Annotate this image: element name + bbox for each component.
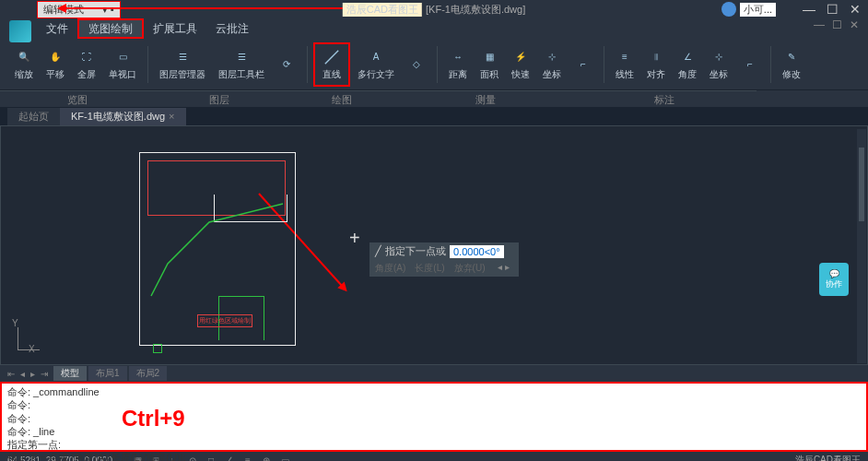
line-button[interactable]: 直线	[313, 42, 350, 87]
line-icon	[323, 48, 341, 66]
minimize-icon[interactable]: —	[803, 2, 815, 17]
fullscreen-button[interactable]: ⛶全屏	[72, 46, 101, 83]
cmd-line: 指定第一点:	[7, 438, 861, 451]
doc-restore-icon[interactable]: ☐	[832, 18, 842, 39]
angle-button[interactable]: ∠角度	[673, 46, 702, 83]
draw-extra-button[interactable]: ◇	[402, 53, 431, 76]
menu-file[interactable]: 文件	[37, 18, 77, 39]
layer-toolbar-button[interactable]: ☰图层工具栏	[213, 46, 270, 83]
mode-toggle-icon: ▾ ▪	[102, 4, 114, 16]
layers-icon: ☰	[173, 48, 192, 66]
doc-close-icon[interactable]: ✕	[850, 18, 859, 39]
user-avatar-icon[interactable]	[721, 2, 736, 17]
user-name: 小可...	[740, 3, 776, 17]
group-measure: 测量	[399, 90, 572, 107]
tab-close-icon[interactable]: ×	[169, 111, 174, 122]
cmd-line: 指定下一点或 [角度(A)/长度(L)/放弃(U)]:	[7, 451, 861, 461]
drawing-frame: 用红绿色区域绘制	[139, 152, 296, 346]
annotation-arrow	[60, 7, 382, 9]
group-annotate: 标注	[572, 90, 757, 107]
coord-button[interactable]: ⊹坐标	[537, 46, 567, 83]
prompt-opt-angle[interactable]: 角度(A)	[375, 262, 405, 275]
layer-toolbar-icon: ☰	[232, 48, 251, 66]
align-icon: ⫴	[647, 48, 665, 66]
prompt-label: 指定下一点或	[385, 244, 446, 258]
linetype-button[interactable]: ≡线性	[610, 46, 639, 83]
layer-extra-icon: ⟳	[277, 55, 296, 74]
zoom-icon: 🔍	[15, 48, 33, 66]
annotate-extra-button[interactable]: ⌐	[735, 53, 765, 76]
zoom-button[interactable]: 🔍缩放	[9, 46, 39, 83]
command-window[interactable]: 命令: _commandline 命令: 命令: 命令: _line 指定第一点…	[0, 382, 868, 452]
maximize-icon[interactable]: ☐	[827, 2, 839, 17]
crosshair-cursor: +	[349, 228, 360, 249]
chat-icon: 💬	[829, 269, 839, 278]
menu-view-draw[interactable]: 览图绘制	[77, 18, 144, 39]
modify-button[interactable]: ✎修改	[777, 46, 806, 83]
shapes-icon: ◇	[407, 55, 426, 74]
measure-extra-icon: ⌐	[574, 55, 592, 74]
group-view: 览图	[0, 90, 155, 107]
layout-tab-2[interactable]: 布局2	[129, 366, 168, 381]
layer-manager-button[interactable]: ☰图层管理器	[154, 46, 211, 83]
doc-minimize-icon[interactable]: —	[814, 18, 825, 39]
coord-icon: ⊹	[543, 48, 561, 66]
selection-grip[interactable]	[153, 344, 162, 353]
single-view-icon: ▭	[113, 48, 132, 66]
quick-icon: ⚡	[511, 48, 530, 66]
single-view-button[interactable]: ▭单视口	[103, 46, 142, 83]
linetype-icon: ≡	[616, 48, 634, 66]
tab-start[interactable]: 起始页	[7, 108, 60, 125]
tab-file[interactable]: KF-1电缆敷设图.dwg×	[60, 108, 186, 125]
prompt-opt-length[interactable]: 长度(L)	[415, 262, 444, 275]
separator	[437, 46, 438, 83]
close-icon[interactable]: ✕	[850, 2, 861, 17]
dynamic-input[interactable]: ╱ 指定下一点或 0.0000<0° 角度(A) 长度(L) 放弃(U) ◂ ▸	[369, 242, 519, 277]
annotate-extra-icon: ⌐	[741, 55, 759, 74]
mtext-button[interactable]: A多行文字	[352, 46, 400, 83]
coord2-button[interactable]: ⊹坐标	[704, 46, 733, 83]
group-draw: 绘图	[284, 90, 399, 107]
pan-button[interactable]: ✋平移	[41, 46, 70, 83]
layout-nav-first-icon[interactable]: ⇤	[7, 369, 15, 379]
layout-nav-next-icon[interactable]: ▸	[30, 369, 35, 379]
quick-button[interactable]: ⚡快速	[506, 46, 535, 83]
modify-icon: ✎	[782, 48, 801, 66]
fullscreen-icon: ⛶	[77, 48, 96, 66]
coord2-icon: ⊹	[710, 48, 728, 66]
collaboration-button[interactable]: 💬 协作	[819, 263, 849, 296]
axis-y-line	[18, 327, 18, 349]
vertical-scrollbar[interactable]	[857, 129, 866, 363]
axis-x-line	[18, 349, 40, 350]
separator	[604, 46, 604, 83]
separator	[770, 46, 771, 83]
layout-nav-last-icon[interactable]: ⇥	[41, 369, 48, 379]
svg-line-0	[325, 50, 338, 63]
layout-nav-prev-icon[interactable]: ◂	[20, 369, 25, 379]
shortcut-annotation: Ctrl+9	[122, 404, 185, 432]
layer-extra-button[interactable]: ⟳	[272, 53, 301, 76]
area-button[interactable]: ▦面积	[475, 46, 504, 83]
layout-tab-model[interactable]: 模型	[53, 366, 87, 381]
app-logo-icon	[9, 20, 31, 42]
separator	[307, 46, 308, 83]
menu-cloud[interactable]: 云批注	[206, 18, 258, 39]
line-preview-icon: ╱	[375, 245, 381, 257]
pan-icon: ✋	[46, 48, 65, 66]
cmd-line: 命令: _commandline	[7, 385, 861, 398]
angle-icon: ∠	[678, 48, 697, 66]
prompt-input[interactable]: 0.0000<0°	[450, 245, 504, 258]
layout-tab-1[interactable]: 布局1	[88, 366, 127, 381]
distance-button[interactable]: ↔距离	[443, 46, 473, 83]
text-icon: A	[367, 48, 385, 66]
drawing-canvas[interactable]: 用红绿色区域绘制 + ╱ 指定下一点或 0.0000<0° 角度(A) 长度(L…	[0, 125, 868, 365]
prompt-nav-icon[interactable]: ◂ ▸	[494, 262, 513, 275]
group-layer: 图层	[155, 90, 284, 107]
menu-ext-tools[interactable]: 扩展工具	[144, 18, 206, 39]
measure-extra-button[interactable]: ⌐	[569, 53, 598, 76]
red-callout: 用红绿色区域绘制	[197, 314, 252, 327]
mode-button[interactable]: 编辑模式 ▾ ▪	[37, 1, 121, 18]
align-button[interactable]: ⫴对齐	[641, 46, 671, 83]
prompt-opt-undo[interactable]: 放弃(U)	[454, 262, 486, 275]
separator	[147, 46, 148, 83]
